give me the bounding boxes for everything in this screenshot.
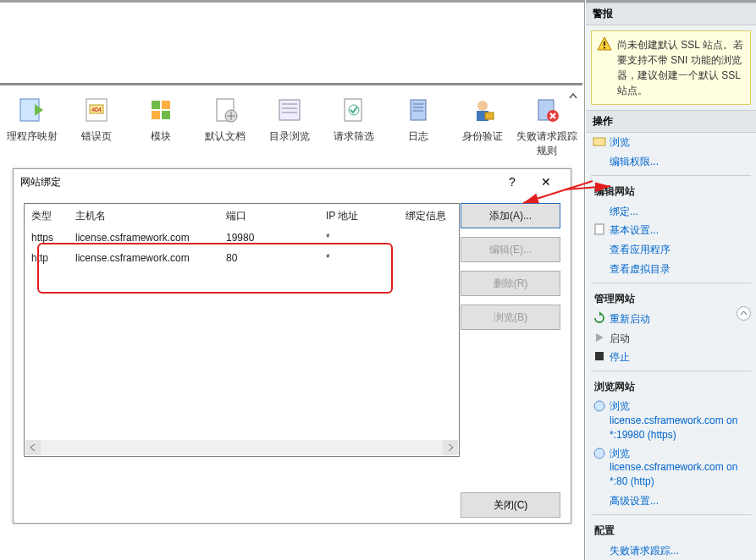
add-binding-button[interactable]: 添加(A)... bbox=[461, 203, 560, 228]
binding-row[interactable]: https license.csframework.com 19980 * bbox=[25, 228, 459, 248]
bindings-table[interactable]: 类型 主机名 端口 IP 地址 绑定信息 https license.csfra… bbox=[24, 203, 460, 457]
action-advanced-settings[interactable]: 高级设置... bbox=[586, 491, 756, 511]
tool-label: 模块 bbox=[151, 129, 171, 144]
svg-rect-10 bbox=[279, 100, 300, 120]
tool-default-document[interactable]: 默认文档 bbox=[193, 96, 257, 144]
default-doc-icon bbox=[211, 96, 240, 124]
tool-label: 目录浏览 bbox=[269, 129, 310, 144]
action-browse-https[interactable]: license.csframework.com on *:19980 (http… bbox=[586, 414, 756, 445]
col-host[interactable]: 主机名 bbox=[75, 209, 226, 223]
section-manage-site: 管理网站 bbox=[586, 287, 756, 310]
globe-icon bbox=[593, 447, 606, 460]
tool-label: 错误页 bbox=[81, 129, 112, 144]
action-basic-settings[interactable]: 基本设置... bbox=[586, 221, 756, 240]
svg-rect-5 bbox=[162, 101, 170, 109]
log-icon bbox=[404, 96, 433, 124]
error-page-icon: 404 bbox=[82, 96, 111, 124]
scroll-right-button[interactable] bbox=[443, 440, 458, 455]
tool-label: 身份验证 bbox=[462, 129, 503, 144]
section-browse-site: 浏览网站 bbox=[586, 375, 756, 398]
svg-rect-16 bbox=[411, 100, 426, 120]
action-browse-http[interactable]: license.csframework.com on *:80 (http) bbox=[586, 460, 756, 491]
dir-browse-icon bbox=[275, 96, 304, 124]
edit-binding-button: 编辑(E)... bbox=[461, 237, 560, 262]
auth-icon bbox=[468, 96, 497, 124]
tool-label: 日志 bbox=[408, 129, 428, 144]
bindings-header-row: 类型 主机名 端口 IP 地址 绑定信息 bbox=[25, 204, 459, 228]
tool-label: 默认文档 bbox=[205, 129, 246, 144]
actions-header: 操作 bbox=[586, 110, 756, 133]
globe-icon bbox=[593, 399, 606, 413]
svg-rect-6 bbox=[152, 111, 160, 119]
section-edit-site: 编辑网站 bbox=[586, 179, 756, 202]
tool-modules[interactable]: 模块 bbox=[129, 96, 193, 144]
svg-rect-29 bbox=[593, 138, 605, 145]
svg-text:404: 404 bbox=[91, 107, 102, 113]
tool-label: 理程序映射 bbox=[7, 129, 58, 144]
tool-error-pages[interactable]: 404 错误页 bbox=[64, 96, 129, 144]
tool-failed-request-tracing[interactable]: 失败请求跟踪规则 bbox=[515, 96, 579, 158]
failed-trace-icon bbox=[533, 96, 561, 124]
action-edit-permissions[interactable]: 编辑权限... bbox=[586, 152, 756, 172]
request-filter-icon bbox=[339, 96, 368, 124]
dialog-help-button[interactable]: ? bbox=[496, 175, 528, 189]
action-view-virtual-dirs[interactable]: 查看虚拟目录 bbox=[586, 260, 756, 279]
ssl-alert: 尚未创建默认 SSL 站点。若要支持不带 SNI 功能的浏览器，建议创建一个默认… bbox=[591, 30, 751, 105]
svg-point-28 bbox=[604, 47, 605, 49]
scroll-left-button[interactable] bbox=[25, 440, 41, 455]
dialog-close-button[interactable]: ✕ bbox=[528, 175, 564, 189]
action-start: 启动 bbox=[586, 329, 756, 349]
browse-binding-button: 浏览(B) bbox=[461, 305, 560, 330]
svg-point-32 bbox=[594, 401, 604, 411]
action-restart[interactable]: 重新启动 bbox=[586, 310, 756, 329]
stop-icon bbox=[593, 349, 606, 363]
scroll-up-indicator[interactable] bbox=[567, 91, 579, 102]
svg-rect-31 bbox=[595, 352, 604, 360]
site-bindings-dialog: 网站绑定 ? ✕ 类型 主机名 端口 IP 地址 绑定信息 https lice… bbox=[13, 168, 571, 524]
tool-label: 请求筛选 bbox=[334, 129, 374, 144]
close-dialog-button[interactable]: 关闭(C) bbox=[461, 492, 560, 518]
remove-binding-button: 删除(R) bbox=[461, 271, 560, 296]
col-port[interactable]: 端口 bbox=[226, 209, 326, 223]
content-area: 理程序映射 404 错误页 模块 默认文档 目录浏览 bbox=[0, 0, 585, 560]
action-stop[interactable]: 停止 bbox=[586, 348, 756, 367]
binding-row[interactable]: http license.csframework.com 80 * bbox=[25, 248, 459, 268]
svg-point-33 bbox=[594, 448, 604, 458]
horizontal-scrollbar[interactable] bbox=[25, 440, 458, 455]
tool-authentication[interactable]: 身份验证 bbox=[450, 96, 515, 144]
tool-request-filtering[interactable]: 请求筛选 bbox=[322, 96, 386, 144]
handler-icon bbox=[18, 96, 47, 124]
restart-icon bbox=[593, 311, 606, 325]
tool-logging[interactable]: 日志 bbox=[386, 96, 450, 144]
col-ip[interactable]: IP 地址 bbox=[326, 209, 406, 223]
alerts-header: 警报 bbox=[586, 3, 756, 25]
action-view-applications[interactable]: 查看应用程序 bbox=[586, 240, 756, 260]
svg-rect-4 bbox=[152, 101, 160, 109]
tool-label: 失败请求跟踪规则 bbox=[515, 129, 579, 158]
action-failed-request-tracing[interactable]: 失败请求跟踪... bbox=[586, 541, 756, 560]
svg-point-20 bbox=[477, 101, 488, 111]
dialog-title: 网站绑定 bbox=[20, 175, 496, 189]
col-type[interactable]: 类型 bbox=[31, 209, 75, 223]
action-browse-https-label[interactable]: 浏览 bbox=[586, 398, 756, 414]
col-bind[interactable]: 绑定信息 bbox=[406, 209, 456, 223]
tool-directory-browsing[interactable]: 目录浏览 bbox=[257, 96, 322, 144]
document-icon bbox=[593, 222, 606, 236]
dialog-button-column: 添加(A)... 编辑(E)... 删除(R) 浏览(B) bbox=[461, 203, 560, 330]
folder-open-icon bbox=[593, 135, 606, 148]
svg-rect-30 bbox=[595, 224, 604, 234]
feature-icons-toolbar: 理程序映射 404 错误页 模块 默认文档 目录浏览 bbox=[0, 83, 582, 159]
actions-panel: 警报 尚未创建默认 SSL 站点。若要支持不带 SNI 功能的浏览器，建议创建一… bbox=[586, 0, 756, 560]
play-icon bbox=[593, 331, 606, 344]
action-explore[interactable]: 浏览 bbox=[586, 133, 756, 152]
warning-icon bbox=[597, 36, 612, 52]
alert-text: 尚未创建默认 SSL 站点。若要支持不带 SNI 功能的浏览器，建议创建一个默认… bbox=[617, 39, 743, 96]
dialog-titlebar: 网站绑定 ? ✕ bbox=[14, 169, 571, 195]
svg-rect-7 bbox=[162, 111, 170, 119]
action-bindings[interactable]: 绑定... bbox=[586, 202, 756, 222]
modules-icon bbox=[146, 96, 175, 124]
action-browse-http-label[interactable]: 浏览 bbox=[586, 445, 756, 461]
section-configure: 配置 bbox=[586, 519, 756, 541]
tool-handler-mappings[interactable]: 理程序映射 bbox=[0, 96, 64, 144]
svg-rect-22 bbox=[485, 113, 494, 119]
